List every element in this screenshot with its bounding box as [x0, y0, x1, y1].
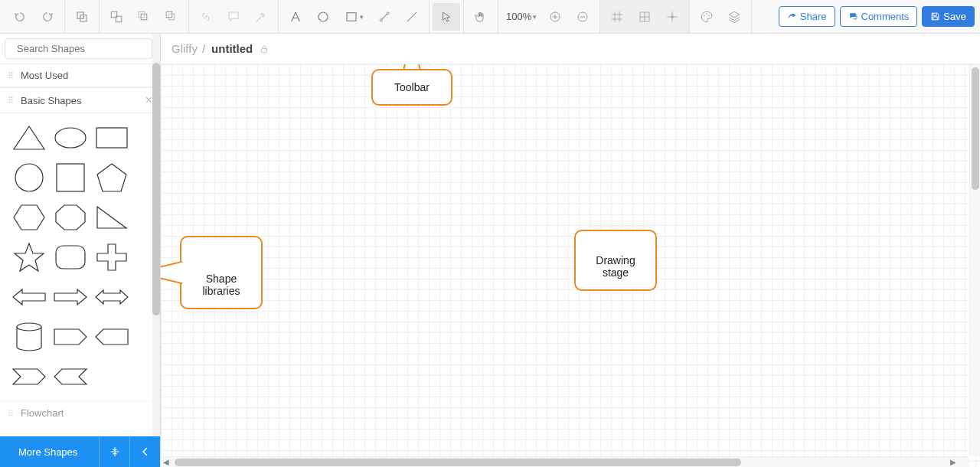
drag-handle-icon: ⠿: [8, 73, 15, 78]
shape-arrow-right[interactable]: [52, 280, 89, 314]
shape-square[interactable]: [52, 161, 89, 194]
pan-group: [464, 0, 498, 33]
svg-point-17: [707, 13, 708, 15]
redo-icon: [41, 10, 54, 24]
shape-ellipse[interactable]: [52, 121, 89, 155]
rect-icon: [345, 10, 358, 24]
shape-right-triangle[interactable]: [93, 201, 130, 234]
bring-front-button[interactable]: [130, 3, 158, 31]
svg-point-19: [11, 48, 12, 49]
shape-pentagon[interactable]: [93, 161, 130, 194]
crosshair-icon: [665, 10, 679, 24]
svg-point-25: [17, 323, 41, 331]
collapse-sidebar-button[interactable]: [129, 436, 160, 467]
library-most-used[interactable]: ⠿ Most Used: [0, 64, 160, 87]
scroll-right-icon[interactable]: ▶: [948, 456, 959, 467]
shape-star[interactable]: [11, 240, 47, 274]
svg-point-18: [709, 15, 710, 16]
circle-icon: [316, 10, 330, 24]
snap-grid-button[interactable]: [603, 3, 631, 31]
svg-point-16: [704, 15, 706, 16]
canvas-horizontal-scrollbar[interactable]: ◀ ▶: [161, 456, 969, 467]
more-shapes-button[interactable]: More Shapes: [0, 446, 99, 458]
link-button: [192, 3, 220, 31]
scroll-left-icon[interactable]: ◀: [161, 456, 172, 467]
shape-arrow-both[interactable]: [93, 280, 130, 314]
shape-hexagon[interactable]: [11, 201, 47, 234]
document-title[interactable]: untitled: [211, 42, 253, 55]
share-button[interactable]: Share: [779, 6, 835, 27]
drawing-canvas[interactable]: Toolbar Shape libraries Drawing stage ◀: [161, 64, 980, 467]
shape-tag-right[interactable]: [52, 320, 89, 354]
circle-tool[interactable]: [309, 3, 337, 31]
shape-rounded-rect[interactable]: [52, 240, 89, 274]
shape-plus[interactable]: [93, 240, 130, 274]
palette-icon: [700, 10, 714, 24]
svg-rect-9: [347, 12, 356, 21]
svg-point-22: [15, 164, 43, 191]
hand-icon: [474, 10, 488, 24]
shape-tools-group: ▾: [279, 0, 430, 33]
link-icon: [199, 10, 213, 24]
collapse-vertical-button[interactable]: [99, 436, 129, 467]
library-basic-shapes[interactable]: ⠿ Basic Shapes ×: [0, 87, 160, 113]
layers-button[interactable]: [720, 3, 748, 31]
shape-octagon[interactable]: [52, 201, 89, 234]
guides-button[interactable]: [658, 3, 686, 31]
shape-triangle[interactable]: [11, 121, 47, 155]
text-tool[interactable]: [282, 3, 309, 31]
sidebar: ⠿ Most Used ⠿ Basic Shapes ×: [0, 34, 161, 467]
search-icon: [11, 44, 12, 54]
plus-icon: [548, 10, 562, 24]
grid-icon: [638, 10, 652, 24]
canvas-vertical-scrollbar-thumb[interactable]: [972, 67, 979, 190]
shape-tag-left[interactable]: [93, 320, 130, 354]
show-grid-button[interactable]: [631, 3, 658, 31]
zoom-level[interactable]: 100%▾: [501, 11, 541, 22]
send-back-button[interactable]: [158, 3, 185, 31]
shape-chevron-right[interactable]: [11, 360, 47, 394]
undo-button[interactable]: [6, 3, 34, 31]
sidebar-scrollbar[interactable]: [152, 34, 160, 436]
comments-button[interactable]: Comments: [840, 6, 918, 27]
shape-circle[interactable]: [11, 161, 47, 194]
shape-rectangle[interactable]: [93, 121, 130, 155]
save-button[interactable]: Save: [922, 6, 975, 27]
callout-tail-shapes: [161, 260, 183, 286]
svg-rect-24: [56, 246, 85, 269]
shape-cylinder[interactable]: [11, 320, 47, 354]
zoom-out-button[interactable]: [569, 3, 596, 31]
collapse-vertical-icon: [109, 446, 121, 458]
search-input[interactable]: [17, 43, 145, 54]
canvas-horizontal-scrollbar-thumb[interactable]: [175, 459, 741, 466]
callout-shape-libraries: Shape libraries: [180, 236, 263, 309]
layers-icon: [727, 10, 741, 24]
group-button[interactable]: [103, 3, 130, 31]
shape-chevron-left[interactable]: [52, 360, 89, 394]
shape-arrow-left[interactable]: [11, 280, 47, 314]
redo-button[interactable]: [34, 3, 61, 31]
copy-group: [65, 0, 100, 33]
connector-tool[interactable]: [371, 3, 398, 31]
line-tool[interactable]: [398, 3, 426, 31]
search-box[interactable]: [5, 38, 152, 59]
theme-button[interactable]: [693, 3, 720, 31]
canvas-vertical-scrollbar[interactable]: [969, 64, 980, 456]
copy-button[interactable]: [68, 3, 96, 31]
pointer-tool[interactable]: [433, 3, 460, 31]
connector-icon: [377, 10, 391, 24]
pan-tool[interactable]: [467, 3, 495, 31]
send-back-icon: [165, 10, 178, 24]
lock-icon: [259, 44, 270, 54]
rect-tool[interactable]: ▾: [337, 3, 371, 31]
sidebar-scrollbar-thumb[interactable]: [152, 63, 160, 315]
minus-icon: [576, 10, 590, 24]
canvas-area: Gliffy / untitled Toolbar Shape: [161, 34, 980, 467]
chevron-down-icon: ▾: [533, 13, 537, 21]
group-icon: [109, 10, 123, 24]
close-icon[interactable]: ×: [145, 93, 152, 107]
zoom-in-button[interactable]: [541, 3, 569, 31]
library-flowchart[interactable]: ⠿ Flowchart: [0, 401, 160, 424]
comment-icon: [227, 10, 240, 24]
svg-rect-21: [96, 128, 127, 148]
